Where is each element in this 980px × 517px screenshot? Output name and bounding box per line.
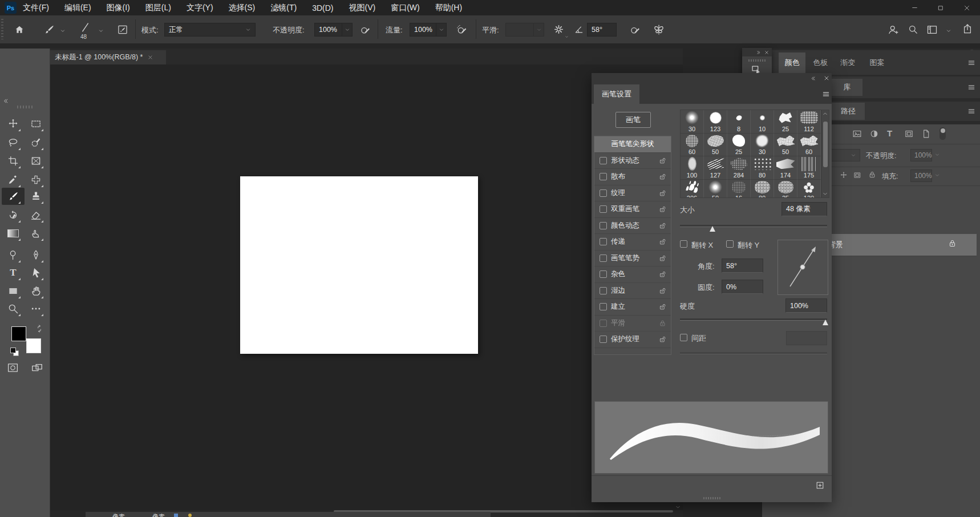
brush-tool[interactable] [5, 188, 21, 204]
spacing-checkbox[interactable] [680, 334, 687, 341]
hand-tool[interactable] [28, 283, 44, 299]
hardness-slider[interactable] [680, 318, 827, 321]
brush-option-row[interactable]: 保护纹理 [594, 332, 671, 348]
opacity-pressure-icon[interactable] [360, 24, 371, 35]
lock-open-icon[interactable] [659, 173, 666, 180]
tab-close-icon[interactable] [148, 55, 153, 60]
panel-grip[interactable] [748, 59, 766, 62]
flip-y-checkbox[interactable] [726, 240, 734, 248]
brush-option-checkbox[interactable] [600, 205, 607, 213]
layer-lock-icon[interactable] [948, 239, 957, 248]
scroll-down-icon[interactable] [822, 191, 829, 197]
brush-option-checkbox[interactable] [600, 157, 607, 164]
flip-x-checkbox[interactable] [680, 240, 687, 248]
scroll-up-icon[interactable] [822, 111, 829, 117]
brush-tip-cell[interactable]: 8 [727, 110, 751, 134]
menu-item[interactable]: 图层(L) [145, 3, 171, 13]
filter-image-icon[interactable] [852, 129, 862, 139]
brush-angle-field[interactable]: 58° [587, 23, 617, 37]
lock-open-icon[interactable] [659, 255, 666, 262]
zoom-tool[interactable] [5, 301, 21, 317]
paths-panel-menu-icon[interactable] [967, 107, 975, 115]
lock-open-icon[interactable] [659, 287, 666, 294]
paint-symmetry-icon[interactable] [653, 23, 665, 36]
brush-tip-cell[interactable]: 284 [727, 156, 751, 180]
minimize-button[interactable] [901, 0, 928, 15]
brush-tip-cell[interactable]: 60 [797, 134, 821, 157]
clone-stamp-tool[interactable] [28, 188, 44, 204]
smudge-tool[interactable] [28, 225, 44, 241]
brush-tip-cell[interactable]: 25 [774, 110, 797, 134]
brush-option-checkbox[interactable] [600, 336, 607, 343]
brush-tip-cell[interactable]: 30 [681, 110, 704, 134]
maximize-button[interactable] [928, 0, 954, 15]
color-panel-menu-icon[interactable] [967, 59, 975, 67]
lock-open-icon[interactable] [659, 336, 666, 343]
default-colors-icon[interactable] [10, 348, 18, 356]
menu-item[interactable]: 窗口(W) [391, 3, 420, 13]
brush-tip-cell[interactable]: 30 [751, 134, 774, 157]
brush-option-checkbox[interactable] [600, 189, 607, 197]
angle-preview[interactable] [777, 240, 828, 295]
opacity-chevron[interactable] [342, 23, 353, 37]
menu-item[interactable]: 文字(Y) [187, 3, 213, 13]
smoothing-gear-icon[interactable] [553, 24, 564, 35]
brush-tip-shape-item[interactable]: 画笔笔尖形状 [594, 136, 671, 153]
tab-libraries[interactable]: 库 [832, 79, 862, 96]
expand-panel-icon[interactable] [756, 50, 761, 55]
brush-option-row[interactable]: 传递 [594, 234, 671, 251]
tool-preset-chevron-icon[interactable] [60, 28, 66, 34]
menu-item[interactable]: 3D(D) [312, 3, 333, 13]
document-canvas[interactable] [240, 176, 478, 354]
frame-tool[interactable] [28, 153, 44, 169]
lock-open-icon[interactable] [659, 270, 666, 278]
lock-open-icon[interactable] [659, 238, 666, 245]
size-slider[interactable] [680, 225, 827, 227]
brush-grid-scrollbar[interactable] [821, 110, 829, 198]
brush-tip-cell[interactable]: 50 [704, 134, 727, 157]
brush-tip-cell[interactable]: 112 [797, 110, 821, 134]
brush-tip-cell[interactable]: 10 [751, 110, 774, 134]
brush-option-checkbox[interactable] [600, 287, 607, 294]
menu-item[interactable]: 选择(S) [229, 3, 256, 13]
brush-tip-cell[interactable]: 100 [681, 156, 704, 180]
lock-all-icon[interactable] [868, 171, 876, 179]
mode-dropdown[interactable]: 正常 [164, 23, 256, 37]
more-tools[interactable] [28, 301, 44, 317]
lock-open-icon[interactable] [659, 222, 666, 229]
eyedropper-tool[interactable] [5, 172, 21, 188]
menu-item[interactable]: 编辑(E) [64, 3, 91, 13]
brush-tip-cell[interactable]: 50 [774, 134, 797, 157]
angle-field[interactable]: 58° [722, 258, 763, 273]
tool-preset-brush-icon[interactable] [43, 24, 55, 35]
lock-open-icon[interactable] [659, 157, 666, 164]
history-brush-tool[interactable] [5, 207, 21, 223]
tab-paths[interactable]: 路径 [832, 103, 865, 120]
menu-item[interactable]: 滤镜(T) [270, 3, 297, 13]
lock-open-icon[interactable] [659, 189, 666, 197]
close-panel-icon[interactable] [824, 75, 829, 81]
opacity-field[interactable]: 100% [314, 23, 342, 37]
lock-position-icon[interactable] [840, 171, 848, 179]
close-button[interactable] [954, 0, 980, 15]
brush-tip-cell[interactable]: 60 [681, 134, 704, 157]
filter-adjustment-icon[interactable] [869, 129, 879, 139]
brush-option-row[interactable]: 双重画笔 [594, 201, 671, 218]
hardness-field[interactable]: 100% [785, 298, 827, 313]
hardness-slider-thumb[interactable] [823, 320, 828, 325]
lock-closed-icon[interactable] [659, 320, 666, 327]
brush-option-row[interactable]: 湿边 [594, 283, 671, 300]
filter-shape-icon[interactable] [904, 129, 914, 139]
workspace-chevron-icon[interactable] [946, 28, 951, 34]
brush-option-row[interactable]: 纹理 [594, 185, 671, 202]
brush-option-checkbox[interactable] [600, 255, 607, 262]
brush-option-checkbox[interactable] [600, 270, 607, 278]
foreground-color-swatch[interactable] [11, 326, 26, 341]
toggle-brush-panel-icon[interactable] [117, 24, 128, 35]
collapse-panel-icon[interactable] [811, 76, 816, 81]
workspace-icon[interactable] [926, 24, 938, 35]
brush-tip-cell[interactable]: 120 [797, 180, 821, 199]
brushes-button[interactable]: 画笔 [615, 112, 651, 128]
eraser-tool[interactable] [28, 207, 44, 223]
size-pressure-icon[interactable] [630, 24, 641, 35]
